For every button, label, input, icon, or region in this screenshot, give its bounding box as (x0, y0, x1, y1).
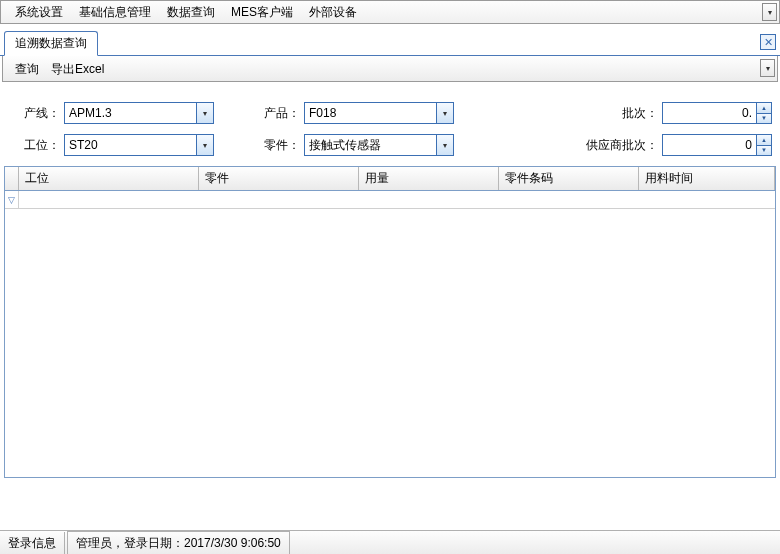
line-label: 产线： (8, 105, 64, 122)
part-label: 零件： (254, 137, 304, 154)
menu-mes-client[interactable]: MES客户端 (223, 1, 301, 23)
product-combo-button[interactable]: ▾ (436, 103, 453, 123)
product-combo[interactable]: F018 ▾ (304, 102, 454, 124)
status-bar: 登录信息 管理员，登录日期：2017/3/30 9:06:50 (0, 530, 780, 554)
station-label: 工位： (8, 137, 64, 154)
supplier-batch-spin-up[interactable]: ▲ (757, 135, 771, 145)
part-combo-value: 接触式传感器 (305, 137, 436, 154)
station-combo[interactable]: ST20 ▾ (64, 134, 214, 156)
grid-header: 工位 零件 用量 零件条码 用料时间 (5, 167, 775, 191)
menu-external-device[interactable]: 外部设备 (301, 1, 365, 23)
menu-system-settings[interactable]: 系统设置 (7, 1, 71, 23)
chevron-down-icon: ▾ (768, 8, 772, 17)
chevron-down-icon: ▾ (766, 64, 770, 73)
result-grid: 工位 零件 用量 零件条码 用料时间 ▽ (4, 166, 776, 478)
product-combo-value: F018 (305, 106, 436, 120)
chevron-down-icon: ▾ (203, 109, 207, 118)
grid-filter-row: ▽ (5, 191, 775, 209)
chevron-down-icon: ▾ (203, 141, 207, 150)
status-login-label: 登录信息 (0, 532, 65, 554)
col-usage[interactable]: 用量 (359, 167, 499, 190)
station-combo-value: ST20 (65, 138, 196, 152)
station-combo-button[interactable]: ▾ (196, 135, 213, 155)
line-combo-value: APM1.3 (65, 106, 196, 120)
part-combo-button[interactable]: ▾ (436, 135, 453, 155)
col-time[interactable]: 用料时间 (639, 167, 775, 190)
batch-spin-up[interactable]: ▲ (757, 103, 771, 113)
filter-form: 产线： APM1.3 ▾ 产品： F018 ▾ 批次： 0. ▲ ▼ 工位： S… (8, 102, 772, 156)
grid-filter-button[interactable]: ▽ (5, 191, 19, 208)
toolbar: 查询 导出Excel ▾ (2, 56, 778, 82)
col-part[interactable]: 零件 (199, 167, 359, 190)
tab-strip: 追溯数据查询 ✕ (0, 30, 780, 56)
close-icon: ✕ (764, 36, 773, 49)
supplier-batch-label: 供应商批次： (584, 137, 662, 154)
col-barcode[interactable]: 零件条码 (499, 167, 639, 190)
grid-body[interactable]: ▽ (5, 191, 775, 477)
batch-label: 批次： (584, 105, 662, 122)
menu-basic-info[interactable]: 基础信息管理 (71, 1, 159, 23)
toolbar-overflow-button[interactable]: ▾ (760, 59, 775, 77)
tab-trace-query[interactable]: 追溯数据查询 (4, 31, 98, 56)
col-station[interactable]: 工位 (19, 167, 199, 190)
batch-spin-down[interactable]: ▼ (757, 113, 771, 124)
tab-close-button[interactable]: ✕ (760, 34, 776, 50)
query-button[interactable]: 查询 (9, 57, 45, 81)
menu-data-query[interactable]: 数据查询 (159, 1, 223, 23)
chevron-down-icon: ▾ (443, 141, 447, 150)
supplier-batch-value: 0 (663, 138, 756, 152)
supplier-batch-spinner[interactable]: 0 ▲ ▼ (662, 134, 772, 156)
status-login-info: 管理员，登录日期：2017/3/30 9:06:50 (67, 531, 290, 555)
filter-icon: ▽ (8, 195, 15, 205)
menubar-overflow-button[interactable]: ▾ (762, 3, 777, 21)
part-combo[interactable]: 接触式传感器 ▾ (304, 134, 454, 156)
export-excel-button[interactable]: 导出Excel (45, 57, 110, 81)
line-combo[interactable]: APM1.3 ▾ (64, 102, 214, 124)
batch-value: 0. (663, 106, 756, 120)
batch-spinner[interactable]: 0. ▲ ▼ (662, 102, 772, 124)
main-menubar: 系统设置 基础信息管理 数据查询 MES客户端 外部设备 ▾ (0, 0, 780, 24)
supplier-batch-spin-down[interactable]: ▼ (757, 145, 771, 156)
line-combo-button[interactable]: ▾ (196, 103, 213, 123)
product-label: 产品： (254, 105, 304, 122)
chevron-down-icon: ▾ (443, 109, 447, 118)
